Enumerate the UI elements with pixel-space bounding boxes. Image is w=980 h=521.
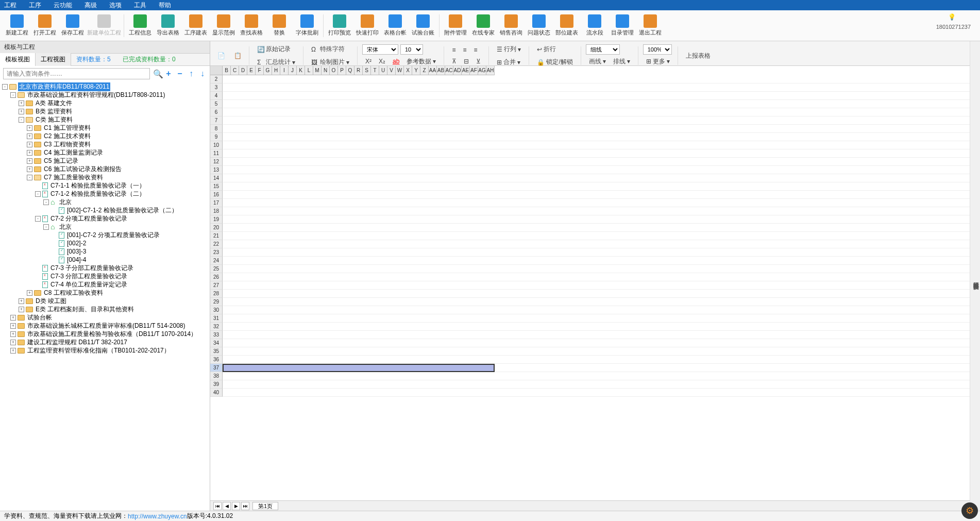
row-header[interactable]: 11: [210, 149, 223, 158]
tree-node[interactable]: [002]-2: [0, 239, 210, 247]
col-header[interactable]: Z: [420, 66, 429, 75]
btn-upload-table[interactable]: 上报表格: [683, 50, 714, 62]
row-header[interactable]: 18: [210, 207, 223, 215]
col-header[interactable]: AB: [437, 66, 445, 75]
selected-range[interactable]: [223, 364, 495, 372]
col-header[interactable]: Q: [346, 66, 354, 75]
menu-item[interactable]: 工程: [4, 1, 16, 10]
col-header[interactable]: K: [297, 66, 305, 75]
row-header[interactable]: 3: [210, 83, 223, 92]
row-header[interactable]: 32: [210, 323, 223, 331]
expand-icon[interactable]: +: [27, 133, 32, 139]
expand-icon[interactable]: +: [10, 348, 16, 354]
page-last-icon[interactable]: ⏭: [241, 502, 249, 510]
page-tab[interactable]: 第1页: [252, 502, 278, 510]
col-header[interactable]: AF: [470, 66, 478, 75]
expand-icon[interactable]: +: [10, 331, 16, 337]
tree-node[interactable]: +C4 施工测量监测记录: [0, 148, 210, 157]
col-header[interactable]: F: [256, 66, 264, 75]
col-header[interactable]: I: [280, 66, 289, 75]
row-header[interactable]: 2: [210, 75, 223, 83]
tree-node[interactable]: -C7-1-2 检验批质量验收记录（二）: [0, 190, 210, 198]
tab-project-view[interactable]: 工程视图: [36, 53, 71, 66]
col-header[interactable]: O: [330, 66, 338, 75]
row-header[interactable]: 7: [210, 116, 223, 125]
col-header[interactable]: X: [404, 66, 412, 75]
col-header[interactable]: V: [387, 66, 396, 75]
valign-bot-icon[interactable]: ⊻: [473, 56, 484, 66]
tool-附件管理[interactable]: 附件管理: [442, 11, 469, 40]
search-input[interactable]: [3, 68, 150, 79]
col-header[interactable]: AA: [429, 66, 437, 75]
row-header[interactable]: 31: [210, 314, 223, 323]
expand-icon[interactable]: +: [19, 100, 24, 106]
col-header[interactable]: H: [272, 66, 280, 75]
menu-item[interactable]: 工序: [29, 1, 41, 10]
row-header[interactable]: 13: [210, 166, 223, 174]
row-header[interactable]: 6: [210, 108, 223, 116]
valign-mid-icon[interactable]: ⊟: [461, 56, 472, 66]
collapse-icon[interactable]: -: [19, 117, 24, 123]
tree-node[interactable]: +A类 基建文件: [0, 99, 210, 107]
tool-快速打印[interactable]: 快速打印: [353, 11, 381, 40]
tree-node[interactable]: +C2 施工技术资料: [0, 132, 210, 140]
expand-icon[interactable]: +: [27, 158, 32, 164]
page-next-icon[interactable]: ▶: [232, 502, 240, 510]
row-header[interactable]: 19: [210, 215, 223, 224]
row-header[interactable]: 22: [210, 240, 223, 248]
tree-node[interactable]: +C5 施工记录: [0, 157, 210, 165]
tree-node[interactable]: +E类 工程档案封面、目录和其他资料: [0, 305, 210, 313]
tree-node[interactable]: -市政基础设施工程资料管理规程(DB11/T808-2011): [0, 91, 210, 99]
row-header[interactable]: 15: [210, 182, 223, 191]
row-header[interactable]: 8: [210, 125, 223, 133]
row-header[interactable]: 25: [210, 265, 223, 273]
tool-打印预览[interactable]: 打印预览: [326, 11, 353, 40]
col-header[interactable]: AE: [462, 66, 470, 75]
row-header[interactable]: 35: [210, 347, 223, 356]
paste-icon[interactable]: 📋: [231, 51, 244, 61]
col-header[interactable]: U: [379, 66, 387, 75]
expand-icon[interactable]: +: [19, 109, 24, 114]
tool-表格台帐[interactable]: 表格台帐: [381, 11, 409, 40]
tool-试验台账[interactable]: 试验台账: [409, 11, 437, 40]
tree-node[interactable]: +试验台帐: [0, 313, 210, 322]
menu-item[interactable]: 云功能: [54, 1, 72, 10]
col-header[interactable]: D: [239, 66, 247, 75]
search-icon[interactable]: 🔍: [153, 69, 161, 79]
menu-item[interactable]: 帮助: [159, 1, 171, 10]
down-icon[interactable]: ↓: [198, 69, 207, 78]
row-header[interactable]: 40: [210, 389, 223, 397]
col-header[interactable]: L: [305, 66, 313, 75]
up-icon[interactable]: ↑: [187, 69, 195, 78]
col-header[interactable]: S: [363, 66, 371, 75]
row-header[interactable]: 37: [210, 364, 223, 372]
col-header[interactable]: G: [264, 66, 272, 75]
btn-rowcol[interactable]: ☰ 行列 ▾: [494, 43, 524, 55]
expand-icon[interactable]: +: [10, 323, 16, 329]
add-icon[interactable]: +: [164, 69, 173, 78]
expand-icon[interactable]: +: [10, 315, 16, 321]
tab-template-view[interactable]: 模板视图: [0, 53, 36, 66]
row-header[interactable]: 26: [210, 273, 223, 281]
row-header[interactable]: 38: [210, 372, 223, 380]
expand-icon[interactable]: +: [27, 150, 32, 156]
tree-node[interactable]: +工程监理资料管理标准化指南（TB0101-202-2017）: [0, 346, 210, 355]
zoom-select[interactable]: 100%: [643, 44, 672, 55]
col-header[interactable]: AD: [453, 66, 462, 75]
btn-special-char[interactable]: Ω特殊字符: [308, 43, 352, 55]
col-header[interactable]: R: [354, 66, 363, 75]
tree-node[interactable]: -C7-2 分项工程质量验收记录: [0, 214, 210, 223]
btn-wrap[interactable]: ↩ 折行: [534, 43, 576, 55]
settings-gear-icon[interactable]: ⚙: [961, 502, 978, 519]
line-select[interactable]: 细线: [586, 44, 620, 55]
align-left-icon[interactable]: ≡: [449, 45, 459, 55]
tool-部位建表[interactable]: 部位建表: [553, 11, 581, 40]
row-header[interactable]: 20: [210, 224, 223, 232]
col-header[interactable]: J: [289, 66, 297, 75]
tree-node[interactable]: -C类 施工资料: [0, 115, 210, 124]
align-right-icon[interactable]: ≡: [470, 45, 480, 55]
tree-node[interactable]: [003]-3: [0, 247, 210, 256]
size-select[interactable]: 10: [400, 44, 423, 55]
tool-工序建表[interactable]: 工序建表: [182, 11, 210, 40]
page-prev-icon[interactable]: ◀: [223, 502, 231, 510]
